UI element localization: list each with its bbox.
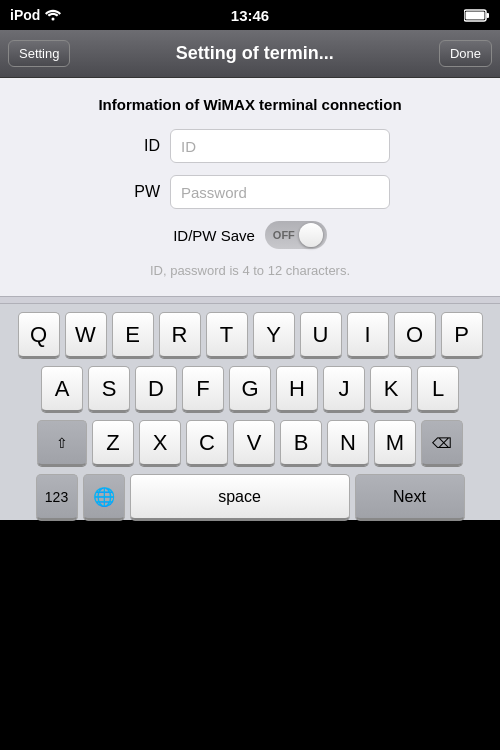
keyboard-row-2: ASDFGHJKL <box>3 366 497 412</box>
key-o[interactable]: O <box>394 312 436 358</box>
key-m[interactable]: M <box>374 420 416 466</box>
key-k[interactable]: K <box>370 366 412 412</box>
form-heading: Information of WiMAX terminal connection <box>16 96 484 113</box>
key-delete[interactable]: ⌫ <box>421 420 463 466</box>
svg-point-0 <box>52 18 55 21</box>
status-carrier: iPod <box>10 7 61 23</box>
toggle-knob <box>299 223 323 247</box>
pw-input[interactable] <box>170 175 390 209</box>
pw-row: PW <box>16 175 484 209</box>
key-f[interactable]: F <box>182 366 224 412</box>
key-r[interactable]: R <box>159 312 201 358</box>
keyboard-bottom-row: 123 🌐 space Next <box>3 474 497 520</box>
done-button[interactable]: Done <box>439 40 492 67</box>
status-bar: iPod 13:46 <box>0 0 500 30</box>
id-label: ID <box>110 137 160 155</box>
svg-rect-2 <box>487 13 490 18</box>
key-a[interactable]: A <box>41 366 83 412</box>
id-input[interactable] <box>170 129 390 163</box>
key-s[interactable]: S <box>88 366 130 412</box>
nav-bar: Setting Setting of termin... Done <box>0 30 500 78</box>
key-p[interactable]: P <box>441 312 483 358</box>
key-x[interactable]: X <box>139 420 181 466</box>
toggle-state-text: OFF <box>273 229 295 241</box>
key-h[interactable]: H <box>276 366 318 412</box>
toggle-label: ID/PW Save <box>173 227 255 244</box>
key-j[interactable]: J <box>323 366 365 412</box>
key-i[interactable]: I <box>347 312 389 358</box>
key-n[interactable]: N <box>327 420 369 466</box>
key-g[interactable]: G <box>229 366 271 412</box>
key-t[interactable]: T <box>206 312 248 358</box>
key-e[interactable]: E <box>112 312 154 358</box>
battery-icon <box>464 9 490 22</box>
back-button[interactable]: Setting <box>8 40 70 67</box>
status-battery <box>464 9 490 22</box>
nav-title: Setting of termin... <box>70 43 438 64</box>
status-time: 13:46 <box>231 7 269 24</box>
key-shift[interactable]: ⇧ <box>37 420 87 466</box>
key-next[interactable]: Next <box>355 474 465 520</box>
pw-label: PW <box>110 183 160 201</box>
keyboard-row-1: QWERTYUIOP <box>3 312 497 358</box>
key-b[interactable]: B <box>280 420 322 466</box>
keyboard-row-3: ⇧ZXCVBNM⌫ <box>3 420 497 466</box>
key-space[interactable]: space <box>130 474 350 520</box>
key-u[interactable]: U <box>300 312 342 358</box>
key-d[interactable]: D <box>135 366 177 412</box>
idpw-save-toggle[interactable]: OFF <box>265 221 327 249</box>
toggle-row: ID/PW Save OFF <box>16 221 484 249</box>
key-q[interactable]: Q <box>18 312 60 358</box>
key-z[interactable]: Z <box>92 420 134 466</box>
key-c[interactable]: C <box>186 420 228 466</box>
key-l[interactable]: L <box>417 366 459 412</box>
id-row: ID <box>16 129 484 163</box>
carrier-text: iPod <box>10 7 40 23</box>
key-w[interactable]: W <box>65 312 107 358</box>
wifi-icon <box>45 9 61 21</box>
keyboard: QWERTYUIOP ASDFGHJKL ⇧ZXCVBNM⌫ 123 🌐 spa… <box>0 304 500 520</box>
key-123[interactable]: 123 <box>36 474 78 520</box>
keyboard-separator <box>0 296 500 304</box>
key-y[interactable]: Y <box>253 312 295 358</box>
hint-text: ID, password is 4 to 12 characters. <box>16 259 484 286</box>
svg-rect-3 <box>466 11 485 19</box>
form-area: Information of WiMAX terminal connection… <box>0 78 500 296</box>
key-v[interactable]: V <box>233 420 275 466</box>
key-globe[interactable]: 🌐 <box>83 474 125 520</box>
